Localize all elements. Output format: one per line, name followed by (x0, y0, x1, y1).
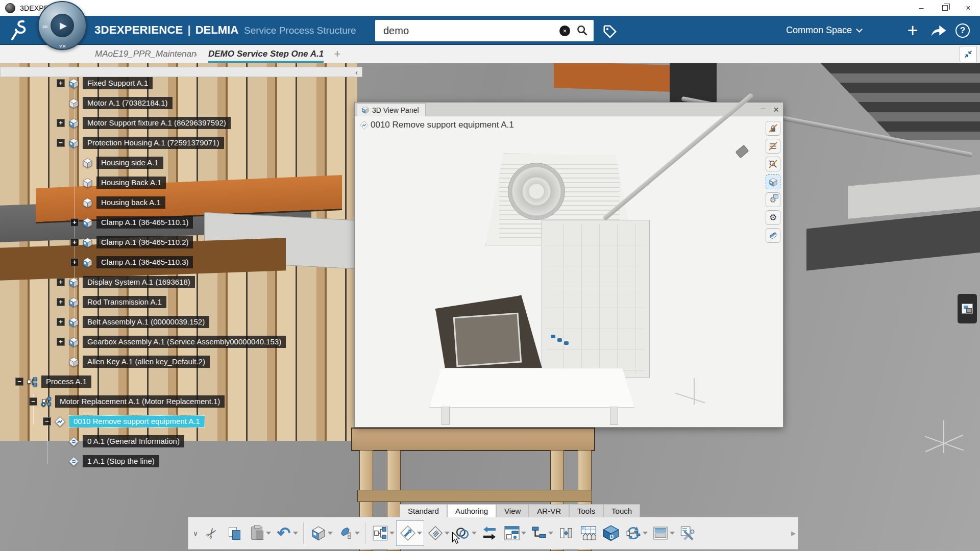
dropdown-caret[interactable] (355, 532, 360, 535)
tree-item[interactable]: +Display System A.1 (1693618) (57, 276, 195, 289)
dropdown-caret[interactable] (548, 532, 553, 535)
flow-connector-button[interactable] (528, 521, 550, 545)
tree-item[interactable]: Housing back A.1 (70, 196, 165, 209)
docked-panel-handle[interactable] (958, 294, 977, 323)
tree-item[interactable]: +Clamp A.1 (36-465-110.2) (70, 236, 193, 249)
search-icon[interactable] (576, 24, 589, 37)
tree-item[interactable]: +Fixed Support A.1 (57, 77, 153, 90)
dropdown-caret[interactable] (472, 532, 477, 535)
ribbon-tab-standard[interactable]: Standard (400, 504, 447, 517)
expand-toggle[interactable]: + (57, 318, 65, 326)
dropdown-caret[interactable] (389, 532, 395, 535)
copy-button[interactable] (223, 521, 246, 545)
dropdown-caret[interactable] (293, 532, 298, 535)
tree-item-label[interactable]: 0010 Remove support equipment A.1 (69, 415, 205, 428)
expand-toggle[interactable]: + (57, 338, 65, 346)
expand-toggle[interactable]: − (29, 397, 37, 406)
tree-item[interactable]: Motor A.1 (70382184.1) (57, 96, 173, 110)
tree-item[interactable]: +Gearbox Assembly A.1 (Service Assembly0… (57, 335, 286, 348)
toolbar-collapse-icon[interactable]: ∨ (190, 530, 201, 537)
zoom-disabled-button[interactable] (766, 157, 780, 171)
apply-material-button[interactable] (334, 521, 357, 545)
tree-item[interactable]: −Protection Housing A.1 (72591379071) (57, 136, 224, 149)
resource-stamps-button[interactable] (577, 521, 600, 545)
tools-setup-button[interactable] (676, 521, 699, 545)
space-selector[interactable]: Common Space (786, 16, 862, 45)
dropdown-caret[interactable] (266, 532, 271, 535)
dropdown-caret[interactable] (417, 532, 422, 535)
tree-item[interactable]: +Clamp A.1 (36-465-110.3) (70, 256, 193, 269)
3d-compass[interactable]: ▶ 3D V.R (38, 1, 87, 50)
toolbar-overflow-arrow[interactable]: ▸ (791, 528, 796, 539)
tree-item-label[interactable]: Clamp A.1 (36-465-110.3) (96, 256, 193, 268)
dropdown-caret[interactable] (328, 532, 333, 535)
paste-button[interactable] (246, 521, 268, 545)
ribbon-tab-arvr[interactable]: AR-VR (529, 504, 569, 517)
tree-item[interactable]: 0 A.1 (General Information) (57, 435, 184, 448)
workspace-tab-add-button[interactable]: + (334, 47, 340, 61)
search-clear-icon[interactable]: × (559, 26, 570, 36)
tree-item-label[interactable]: Gearbox Assembly A.1 (Service Assembly00… (83, 336, 286, 348)
window-minimize-button[interactable]: – (910, 0, 933, 16)
tree-item-label[interactable]: Housing Back A.1 (96, 177, 166, 189)
expand-toggle[interactable]: − (57, 139, 65, 147)
expand-toggle[interactable]: − (15, 378, 23, 386)
highlighted-fastener[interactable] (557, 338, 562, 342)
expand-toggle[interactable]: + (57, 278, 65, 286)
tree-item[interactable]: Housing side A.1 (70, 156, 163, 169)
collapse-window-button[interactable] (960, 46, 977, 62)
tree-item[interactable]: +Rod Transmission A.1 (57, 295, 166, 309)
create-service-step-button[interactable] (397, 521, 419, 545)
window-restore-button[interactable] (933, 0, 957, 16)
search-input[interactable] (383, 25, 559, 37)
3d-view-panel[interactable]: 3D View Panel – × 0010 Remove support eq… (354, 102, 783, 428)
tree-item-label[interactable]: Belt Assembly A.1 (00000039.152) (83, 316, 209, 328)
delmia-3d-part-button[interactable]: D (600, 521, 622, 545)
help-button[interactable]: ? (955, 23, 970, 38)
expand-toggle[interactable]: − (43, 417, 51, 425)
tree-item[interactable]: Allen Key A.1 (allen key_Default.2) (57, 355, 210, 368)
undo-button[interactable]: ↶ (273, 521, 295, 545)
ribbon-tab-authoring[interactable]: Authoring (447, 504, 496, 517)
tree-scroll-strip[interactable]: ‹ (0, 67, 362, 77)
window-close-button[interactable]: × (957, 0, 980, 16)
tree-item[interactable]: +Belt Assembly A.1 (00000039.152) (57, 315, 209, 329)
tree-item-label[interactable]: Housing side A.1 (96, 157, 163, 169)
share-icon[interactable] (930, 22, 947, 38)
3d-item-button[interactable] (307, 521, 330, 545)
panel-header[interactable]: 3D View Panel – × (355, 103, 783, 116)
dropdown-caret[interactable] (643, 532, 648, 535)
dropdown-caret[interactable] (521, 532, 526, 535)
tree-item-label[interactable]: Motor Replacement A.1 (Motor Replacement… (55, 395, 225, 408)
tree-item-selected[interactable]: −0010 Remove support equipment A.1 (43, 415, 205, 428)
tree-item-label[interactable]: Display System A.1 (1693618) (83, 276, 195, 288)
tree-item-label[interactable]: Protection Housing A.1 (72591379071) (83, 137, 224, 149)
panel-tab[interactable]: 3D View Panel (357, 103, 426, 116)
tree-item-label[interactable]: Fixed Support A.1 (83, 77, 153, 89)
tree-item[interactable]: 1 A.1 (Stop the line) (57, 455, 159, 468)
tree-item-label[interactable]: Clamp A.1 (36-465-110.1) (96, 216, 193, 229)
panel-close-button[interactable]: × (773, 104, 779, 115)
tree-item-label[interactable]: Process A.1 (41, 375, 91, 388)
expand-toggle[interactable]: + (70, 218, 79, 227)
global-search[interactable]: × (375, 20, 594, 41)
tree-item[interactable]: +Clamp A.1 (36-465-110.1) (70, 216, 193, 229)
settings-gear-button[interactable]: ⚙ (766, 210, 780, 225)
tree-item-label[interactable]: Motor A.1 (70382184.1) (83, 97, 173, 109)
cut-button[interactable]: ✂ (201, 521, 223, 545)
instruction-panel-button[interactable] (649, 521, 672, 545)
expand-toggle[interactable]: + (70, 258, 79, 266)
tree-item[interactable]: −Process A.1 (15, 375, 91, 388)
compass-play-icon[interactable]: ▶ (51, 14, 74, 37)
scroll-back-icon[interactable]: ‹ (355, 68, 358, 77)
planning-board-button[interactable] (501, 521, 523, 545)
tree-item[interactable]: +Motor Support fixture A.1 (86296397592) (57, 116, 231, 130)
tree-item-label[interactable]: 1 A.1 (Stop the line) (83, 455, 159, 467)
dropdown-caret[interactable] (445, 532, 450, 535)
swap-arrows-button[interactable] (478, 521, 501, 545)
process-structure-button[interactable] (369, 521, 391, 545)
expand-toggle[interactable]: + (57, 79, 65, 87)
add-content-button[interactable]: + (902, 16, 923, 45)
tree-item-label[interactable]: 0 A.1 (General Information) (83, 435, 184, 447)
highlighted-fastener[interactable] (551, 335, 555, 338)
